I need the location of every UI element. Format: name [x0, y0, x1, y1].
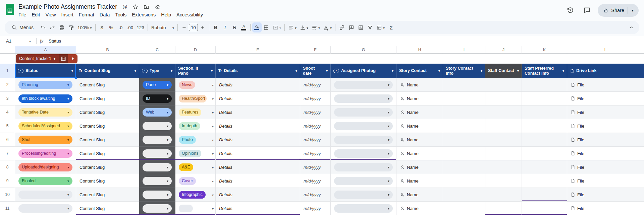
column-header-C[interactable]: C	[139, 46, 175, 54]
collapse-toolbar-button[interactable]	[627, 22, 636, 32]
cell-F10[interactable]: m/d/yyyy	[300, 188, 331, 202]
cell-F7[interactable]: m/d/yyyy	[300, 147, 331, 160]
row-header-1[interactable]: 1	[0, 64, 15, 78]
cell-H4[interactable]: Name	[396, 105, 443, 119]
cell-B7[interactable]: Content Slug	[76, 147, 139, 160]
cell-D7[interactable]: Opinions	[175, 147, 216, 160]
cell-C8[interactable]	[139, 160, 175, 174]
cell-A6[interactable]: Shot	[15, 133, 76, 147]
chevron-down-icon[interactable]	[212, 192, 214, 197]
status-dropdown[interactable]: Tentative Date	[18, 108, 72, 117]
cell-G10[interactable]	[331, 188, 396, 202]
photog-dropdown[interactable]	[334, 191, 393, 199]
row-header-8[interactable]: 8	[0, 160, 15, 174]
cell-J3[interactable]	[485, 92, 522, 105]
menu-help[interactable]: Help	[158, 11, 174, 18]
cell-F5[interactable]: m/d/yyyy	[300, 119, 331, 133]
bold-button[interactable]: B	[211, 22, 220, 32]
table-name-button[interactable]: Content_tracker1	[16, 54, 59, 63]
status-dropdown[interactable]: Finaled	[18, 177, 72, 185]
type-dropdown[interactable]	[143, 163, 172, 171]
cell-L3[interactable]: File	[567, 92, 644, 105]
header-section[interactable]: Section, If Pano	[175, 64, 216, 78]
status-dropdown[interactable]: Planning	[18, 81, 72, 89]
photog-dropdown[interactable]	[334, 149, 393, 158]
type-dropdown[interactable]	[143, 177, 172, 185]
cell-A8[interactable]: Uploaded/designing	[15, 160, 76, 174]
row-header-7[interactable]: 7	[0, 147, 15, 160]
cell-G7[interactable]	[331, 147, 396, 160]
merge-cells-button[interactable]	[271, 22, 283, 32]
column-header-F[interactable]: F	[300, 46, 331, 54]
cell-F3[interactable]: m/d/yyyy	[300, 92, 331, 105]
table-chip[interactable]: Content_tracker1	[16, 54, 77, 63]
cell-D2[interactable]: News	[175, 78, 216, 92]
cell-D8[interactable]: A&E	[175, 160, 216, 174]
cell-L11[interactable]: File	[567, 202, 644, 215]
cell-E3[interactable]: Details	[216, 92, 300, 105]
header-content-slug[interactable]: Tr Content Slug	[76, 64, 139, 78]
decrease-font-size-button[interactable]	[179, 22, 189, 32]
header-status[interactable]: Status	[15, 64, 76, 78]
column-header-I[interactable]: I	[443, 46, 485, 54]
chevron-down-icon[interactable]	[326, 68, 328, 73]
cell-E9[interactable]: Details	[216, 174, 300, 188]
menus-search-button[interactable]: Menus	[8, 22, 38, 32]
status-dropdown[interactable]	[18, 204, 72, 213]
cell-A11[interactable]	[15, 202, 76, 215]
column-header-K[interactable]: K	[522, 46, 567, 54]
cell-E5[interactable]: Details	[216, 119, 300, 133]
cell-A5[interactable]: Scheduled/Assigned	[15, 119, 76, 133]
column-header-G[interactable]: G	[331, 46, 396, 54]
type-dropdown[interactable]: ID	[143, 94, 172, 103]
cell-K11[interactable]	[522, 202, 567, 215]
cell-H11[interactable]: Name	[396, 202, 443, 215]
redo-button[interactable]	[48, 22, 57, 32]
cell-F9[interactable]: m/d/yyyy	[300, 174, 331, 188]
row-header-6[interactable]: 6	[0, 133, 15, 147]
cell-K9[interactable]	[522, 174, 567, 188]
currency-format-button[interactable]: $	[97, 22, 107, 32]
cell-B10[interactable]: Content Slug	[76, 188, 139, 202]
section-chip[interactable]: Infographic	[179, 191, 206, 199]
cell-K8[interactable]	[522, 160, 567, 174]
sheets-logo[interactable]	[5, 3, 14, 18]
chevron-down-icon[interactable]	[29, 39, 31, 44]
row-header-11[interactable]: 11	[0, 202, 15, 215]
cell-L5[interactable]: File	[567, 119, 644, 133]
status-dropdown[interactable]: Scheduled/Assigned	[18, 122, 72, 130]
increase-font-size-button[interactable]	[198, 22, 207, 32]
cell-E4[interactable]: Details	[216, 105, 300, 119]
type-dropdown[interactable]	[143, 191, 172, 199]
cell-J10[interactable]	[485, 188, 522, 202]
star-icon[interactable]	[132, 4, 138, 10]
chevron-down-icon[interactable]	[212, 124, 214, 129]
cell-D4[interactable]: Features	[175, 105, 216, 119]
section-dropdown[interactable]	[179, 205, 193, 212]
decrease-decimal-button[interactable]: .0	[116, 22, 125, 32]
insert-chart-button[interactable]	[356, 22, 365, 32]
undo-button[interactable]	[38, 22, 48, 32]
cell-C2[interactable]: Pano	[139, 78, 175, 92]
header-shoot-date[interactable]: Shoot date	[300, 64, 331, 78]
formula-value[interactable]: Status	[49, 39, 61, 44]
italic-button[interactable]: I	[220, 22, 230, 32]
cell-G8[interactable]	[331, 160, 396, 174]
photog-dropdown[interactable]	[334, 163, 393, 171]
menu-extensions[interactable]: Extensions	[129, 11, 158, 18]
cell-K7[interactable]	[522, 147, 567, 160]
cell-A3[interactable]: 9th block awaiting	[15, 92, 76, 105]
table-views-button[interactable]	[375, 22, 386, 32]
column-header-E[interactable]: E	[216, 46, 300, 54]
strikethrough-button[interactable]: S	[230, 22, 239, 32]
fill-color-button[interactable]	[252, 22, 262, 32]
menu-accessibility[interactable]: Accessibility	[174, 11, 206, 18]
fill-handle[interactable]	[75, 77, 77, 79]
chevron-down-icon[interactable]	[392, 68, 393, 73]
header-details[interactable]: Tr Details	[216, 64, 300, 78]
cell-C6[interactable]	[139, 133, 175, 147]
section-chip[interactable]: News	[179, 81, 195, 89]
menu-tools[interactable]: Tools	[112, 11, 129, 18]
chevron-down-icon[interactable]	[212, 206, 214, 211]
document-title[interactable]: Example Photo Assignments Tracker	[18, 3, 117, 10]
